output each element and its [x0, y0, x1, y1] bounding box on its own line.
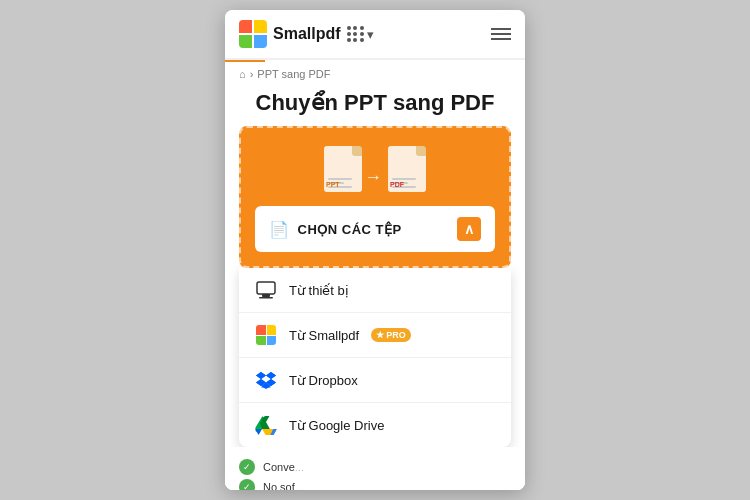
apps-grid-icon: [347, 26, 365, 42]
upload-zone: PPT → PDF: [239, 126, 511, 268]
feature-row-2: ✓ No sof...: [239, 477, 511, 490]
feature-list: ✓ Conve... ✓ No sof... ✓ Trusted by 2.4 …: [225, 447, 525, 490]
breadcrumb-current: PPT sang PDF: [257, 68, 330, 80]
arrow-icon: →: [364, 167, 382, 188]
dropdown-item-device-label: Từ thiết bị: [289, 283, 349, 298]
main-content: PPT → PDF: [225, 126, 525, 490]
hamburger-line-2: [491, 33, 511, 35]
pdf-doc-icon: PDF: [388, 146, 426, 192]
apps-menu-button[interactable]: ▾: [347, 26, 374, 42]
logo-q3: [239, 35, 252, 48]
upload-illustration: PPT → PDF: [324, 146, 426, 192]
home-icon[interactable]: ⌂: [239, 68, 246, 80]
dropdown-item-gdrive[interactable]: Từ Google Drive: [239, 403, 511, 447]
breadcrumb: ⌂ › PPT sang PDF: [225, 62, 525, 86]
hamburger-line-3: [491, 38, 511, 40]
logo-q2: [254, 20, 267, 33]
feature-text-1: Conve...: [263, 461, 304, 473]
pro-star-icon: ★: [376, 330, 384, 340]
hamburger-menu-button[interactable]: [491, 28, 511, 40]
dropdown-item-device[interactable]: Từ thiết bị: [239, 268, 511, 313]
header-left: Smallpdf ▾: [239, 20, 374, 48]
smallpdf-logo: [239, 20, 267, 48]
dropdown-item-smallpdf-label: Từ Smallpdf: [289, 328, 359, 343]
feature-row-1: ✓ Conve...: [239, 457, 511, 477]
brand-name: Smallpdf: [273, 25, 341, 43]
svg-rect-2: [259, 297, 273, 299]
ppt-doc-icon: PPT: [324, 146, 362, 192]
source-dropdown-menu: Từ thiết bị Từ Smallpdf ★ PRO: [239, 268, 511, 447]
svg-rect-0: [257, 282, 275, 294]
choose-btn-container: 📄 CHỌN CÁC TỆP ∧: [255, 206, 495, 252]
apps-arrow: ▾: [367, 27, 374, 42]
dropbox-icon: [255, 369, 277, 391]
hamburger-line-1: [491, 28, 511, 30]
header: Smallpdf ▾: [225, 10, 525, 60]
choose-files-button[interactable]: 📄 CHỌN CÁC TỆP ∧: [255, 206, 495, 252]
choose-files-label: CHỌN CÁC TỆP: [298, 222, 402, 237]
breadcrumb-separator: ›: [250, 68, 254, 80]
gdrive-icon: [255, 414, 277, 436]
device-icon: [255, 279, 277, 301]
check-icon-2: ✓: [239, 479, 255, 490]
chevron-up-icon: ∧: [457, 217, 481, 241]
page-title: Chuyển PPT sang PDF: [225, 86, 525, 126]
pro-label: PRO: [386, 330, 406, 340]
dropdown-item-gdrive-label: Từ Google Drive: [289, 418, 384, 433]
phone-container: Smallpdf ▾ ⌂ › PPT sang PDF Chuyển PPT s…: [225, 10, 525, 490]
smallpdf-logo-mini: [256, 325, 276, 345]
check-icon-1: ✓: [239, 459, 255, 475]
pdf-label: PDF: [390, 181, 404, 188]
feature-text-2: No sof...: [263, 481, 304, 490]
logo-q1: [239, 20, 252, 33]
ppt-label: PPT: [326, 181, 340, 188]
logo-q4: [254, 35, 267, 48]
file-icon: 📄: [269, 220, 290, 239]
dropdown-item-smallpdf[interactable]: Từ Smallpdf ★ PRO: [239, 313, 511, 358]
svg-marker-4: [266, 372, 276, 379]
dropdown-item-dropbox-label: Từ Dropbox: [289, 373, 358, 388]
smallpdf-icon: [255, 324, 277, 346]
dropdown-item-dropbox[interactable]: Từ Dropbox: [239, 358, 511, 403]
svg-rect-1: [262, 294, 270, 297]
pro-badge: ★ PRO: [371, 328, 411, 342]
svg-marker-3: [256, 372, 266, 379]
choose-btn-left: 📄 CHỌN CÁC TỆP: [269, 220, 402, 239]
